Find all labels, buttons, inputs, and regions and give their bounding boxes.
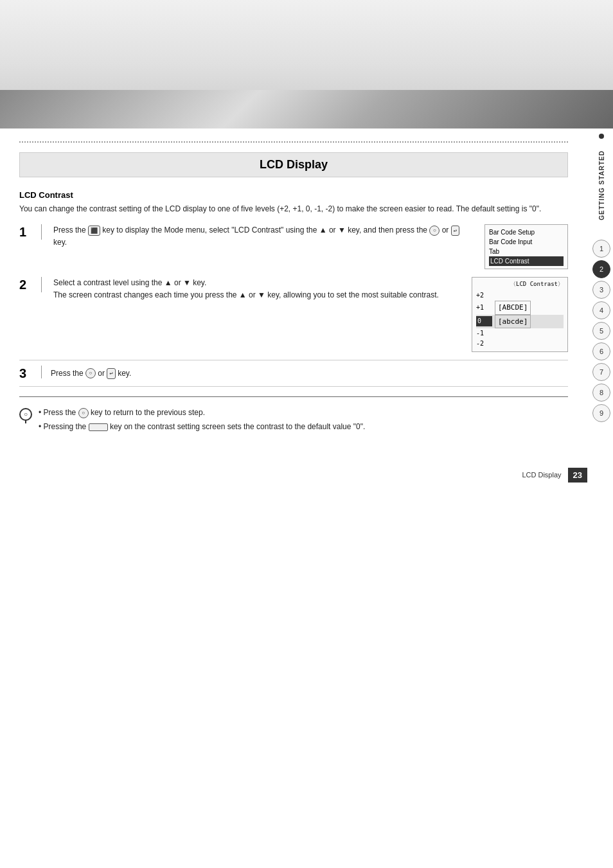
step-1-menu-image: Bar Code Setup Bar Code Input Tab LCD Co… [484, 224, 568, 269]
tip-icon-symbol: ○ [24, 409, 28, 420]
menu-item-tab: Tab [489, 247, 564, 256]
chapter-tab-7[interactable]: 7 [592, 363, 610, 381]
step-3-divider [41, 366, 42, 378]
step3-ok-key-icon: ○ [85, 368, 96, 378]
step-3-row: 3 Press the ○ or ↩ key. [19, 360, 568, 387]
page-title-box: LCD Display [19, 152, 568, 177]
ok-key-icon: ○ [429, 226, 440, 236]
step-2-lcd-display: 〈LCD Contrast〉 +2 +1 [ABCDE] 0 [abcde] -… [472, 277, 568, 352]
tip1-key-icon: ○ [78, 408, 89, 418]
section-title: LCD Contrast [19, 190, 568, 200]
page-number: 23 [573, 470, 582, 480]
chapter-tab-8[interactable]: 8 [592, 384, 610, 402]
step-1-text: Press the ⬛ key to display the Mode menu… [53, 226, 459, 247]
tip-1: • Press the ○ key to return to the previ… [39, 407, 568, 419]
tips-separator [19, 396, 568, 397]
chapter-tab-2[interactable]: 2 [592, 260, 610, 278]
section-intro: You can change the contrast setting of t… [19, 203, 568, 215]
lcd-preview-lower: [abcde] [495, 315, 531, 329]
step-2-row: 2 Select a contrast level using the ▲ or… [19, 277, 568, 352]
lcd-level-plus1-label: +1 [476, 303, 492, 313]
lcd-level-zero-label: 0 [476, 316, 492, 326]
tips-content: • Press the ○ key to return to the previ… [39, 407, 568, 435]
step-1-content: Press the ⬛ key to display the Mode menu… [53, 224, 472, 249]
step-1-divider [41, 224, 42, 240]
menu-item-barcode-input: Bar Code Input [489, 237, 564, 247]
page-footer: LCD Display 23 [0, 468, 587, 483]
tip-2: • Pressing the key on the contrast setti… [39, 421, 568, 433]
chapter-tab-4[interactable]: 4 [592, 301, 610, 319]
lcd-level-plus2: +2 [476, 290, 564, 301]
getting-started-label: GETTING STARTED [598, 150, 605, 220]
tips-section: ○ • Press the ○ key to return to the pre… [19, 407, 568, 435]
menu-item-barcode-setup: Bar Code Setup [489, 227, 564, 237]
menu-item-lcd-contrast: LCD Contrast [489, 256, 564, 266]
step-2-text: Select a contrast level using the ▲ or ▼… [53, 278, 439, 299]
language-badge: ENGLISH [543, 108, 613, 128]
step-3-number: 3 [19, 366, 32, 381]
page-header: ENGLISH [0, 0, 613, 128]
step-3-content: Press the ○ or ↩ key. [51, 368, 568, 380]
main-content: LCD Display LCD Contrast You can change … [0, 128, 587, 448]
chapter-tab-6[interactable]: 6 [592, 342, 610, 360]
page-title: LCD Display [25, 158, 562, 172]
chapter-tab-9[interactable]: 9 [592, 404, 610, 422]
step3-fn-key-icon: ↩ [107, 368, 115, 378]
lcd-level-minus1: -1 [476, 328, 564, 339]
step-2-content: Select a contrast level using the ▲ or ▼… [53, 277, 459, 301]
tip-icon: ○ [19, 408, 32, 421]
chapter-tab-3[interactable]: 3 [592, 281, 610, 299]
fn-key-icon: ↩ [451, 226, 459, 236]
lcd-level-minus1-label: -1 [476, 328, 492, 339]
lcd-level-plus1: +1 [ABCDE] [476, 301, 564, 315]
chapter-tabs: 1 2 3 4 5 6 7 8 9 [590, 240, 613, 422]
step-2-number: 2 [19, 277, 32, 292]
lcd-level-minus2-label: -2 [476, 339, 492, 349]
footer-label: LCD Display [522, 471, 561, 479]
step-1-row: 1 Press the ⬛ key to display the Mode me… [19, 224, 568, 269]
chapter-tab-5[interactable]: 5 [592, 322, 610, 340]
page-number-box: 23 [568, 468, 587, 483]
right-sidebar: GETTING STARTED 1 2 3 4 5 6 7 8 9 [590, 128, 613, 868]
lcd-level-plus2-label: +2 [476, 290, 492, 301]
step-3-text: Press the ○ or ↩ key. [51, 369, 131, 378]
sidebar-bullet-icon [599, 134, 604, 139]
step-1-number: 1 [19, 224, 32, 240]
mode-key-icon: ⬛ [88, 226, 100, 236]
chapter-tab-1[interactable]: 1 [592, 240, 610, 258]
lcd-level-zero: 0 [abcde] [476, 315, 564, 329]
top-separator [19, 141, 568, 143]
lcd-preview-upper: [ABCDE] [495, 301, 531, 315]
step-2-divider [41, 277, 42, 292]
lcd-label: 〈LCD Contrast〉 [476, 280, 564, 288]
lcd-level-minus2: -2 [476, 339, 564, 349]
tip2-key-rect [89, 423, 108, 431]
